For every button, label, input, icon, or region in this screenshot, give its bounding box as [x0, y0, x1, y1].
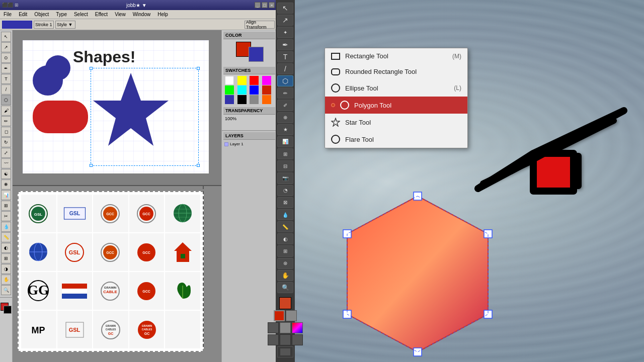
- svg-marker-56: [332, 118, 340, 126]
- menu-window[interactable]: Window: [131, 12, 152, 17]
- vtool-brush[interactable]: ✏: [277, 87, 293, 99]
- svg-rect-37: [62, 294, 87, 299]
- paintbrush-tool-btn[interactable]: 🖌: [1, 106, 11, 116]
- logo-gg: GG: [21, 272, 56, 310]
- artboard-tool-btn[interactable]: ⊞: [1, 201, 11, 211]
- shape-tool-btn[interactable]: ⬡: [1, 95, 11, 105]
- dropdown-rectangle-tool[interactable]: Rectangle Tool (M): [325, 48, 467, 64]
- maximize-button[interactable]: □: [262, 2, 268, 8]
- vtool-chart[interactable]: 📊: [277, 136, 293, 147]
- layer-1-row[interactable]: Layer 1: [223, 141, 275, 147]
- vtool-anchor[interactable]: ✦: [277, 27, 293, 38]
- menu-help[interactable]: Help: [156, 12, 170, 17]
- pencil-tool-btn[interactable]: ✏: [1, 116, 11, 126]
- icon-btn-1[interactable]: [268, 334, 279, 345]
- stroke-square[interactable]: [280, 322, 291, 333]
- menu-file[interactable]: File: [2, 12, 13, 17]
- vtool-artboard[interactable]: ⊞: [277, 148, 293, 159]
- swatch-white[interactable]: [225, 76, 234, 85]
- dropdown-star-tool[interactable]: Star Tool: [325, 114, 467, 131]
- rotate-tool-btn[interactable]: ↻: [1, 137, 11, 147]
- logos-area: GSL GSL GCC: [18, 191, 204, 352]
- column-graph-tool-btn[interactable]: 📊: [1, 190, 11, 200]
- menu-view[interactable]: View: [113, 12, 127, 17]
- scale-tool-btn[interactable]: ⤢: [1, 148, 11, 158]
- vtool-select2[interactable]: ↗: [277, 15, 293, 26]
- title-controls[interactable]: _ □ ×: [255, 2, 275, 8]
- vtool-line[interactable]: /: [277, 63, 293, 74]
- fill-none-square[interactable]: [286, 310, 297, 321]
- icon-btn-3[interactable]: [292, 334, 303, 345]
- lasso-tool-btn[interactable]: ⊙: [1, 53, 11, 63]
- vtool-zoom[interactable]: 🔍: [277, 282, 293, 293]
- blend-tool-btn[interactable]: ☯: [1, 169, 11, 179]
- swatch-darkred[interactable]: [262, 85, 271, 95]
- vtool-camera[interactable]: 📷: [277, 172, 293, 184]
- vtool-pen[interactable]: ✒: [277, 39, 293, 50]
- mesh-tool-btn[interactable]: ⊞: [1, 253, 11, 263]
- menu-effect[interactable]: Effect: [94, 12, 109, 17]
- vtool-blend[interactable]: ⊕: [277, 112, 293, 123]
- canvas-top: Shapes!: [13, 30, 221, 186]
- vtool-mesh[interactable]: ⊞: [277, 245, 293, 256]
- vtool-pie[interactable]: ◔: [277, 185, 293, 196]
- swatch-darkblue[interactable]: [225, 95, 234, 104]
- vtool-eyedrop[interactable]: 💧: [277, 209, 293, 220]
- vtool-type[interactable]: T: [277, 51, 293, 62]
- menu-object[interactable]: Object: [33, 12, 50, 17]
- layer-btn[interactable]: [277, 346, 293, 357]
- svg-text:CABLES: CABLES: [106, 328, 116, 331]
- type-tool-btn[interactable]: T: [1, 74, 11, 84]
- swatch-black[interactable]: [237, 95, 247, 104]
- fg-color-square[interactable]: [279, 297, 291, 309]
- warp-tool-btn[interactable]: 〰: [1, 158, 11, 168]
- gradient-tool-btn[interactable]: ◐: [1, 243, 11, 253]
- bg-color-box[interactable]: [4, 306, 12, 314]
- gradient-square[interactable]: [292, 322, 303, 333]
- vtool-transform[interactable]: ⊠: [277, 197, 293, 208]
- vtool-rotate[interactable]: ⊛: [277, 258, 293, 269]
- dropdown-ellipse-tool[interactable]: Ellipse Tool (L): [325, 79, 467, 97]
- swatch-blue[interactable]: [250, 85, 259, 95]
- blend2-tool-btn[interactable]: ◑: [1, 264, 11, 274]
- eyedropper-tool-btn[interactable]: 💧: [1, 222, 11, 232]
- bg-preview[interactable]: [249, 47, 264, 62]
- select-tool-btn[interactable]: ↖: [1, 32, 11, 42]
- eraser-tool-btn[interactable]: ◻: [1, 127, 11, 137]
- swatch-gray[interactable]: [250, 95, 259, 104]
- dropdown-polygon-tool[interactable]: Polygon Tool: [325, 97, 467, 114]
- dropdown-rounded-rect-tool[interactable]: Rounded Rectangle Tool: [325, 64, 467, 79]
- stroke-color-square[interactable]: [274, 310, 285, 321]
- icon-btn-2[interactable]: [280, 334, 291, 345]
- swatch-orange[interactable]: [262, 95, 271, 104]
- menu-edit[interactable]: Edit: [17, 12, 29, 17]
- vtool-slice[interactable]: ⊟: [277, 160, 293, 171]
- fill-square[interactable]: [268, 322, 279, 333]
- hand-tool-btn[interactable]: ✋: [1, 275, 11, 285]
- swatch-red[interactable]: [250, 76, 259, 85]
- menu-type[interactable]: Type: [54, 12, 68, 17]
- symbol-tool-btn[interactable]: ❋: [1, 179, 11, 190]
- vtool-select[interactable]: ↖: [277, 3, 293, 14]
- minimize-button[interactable]: _: [255, 2, 261, 8]
- vtool-hand[interactable]: ✋: [277, 270, 293, 281]
- measure-tool-btn[interactable]: 📏: [1, 232, 11, 242]
- menu-select[interactable]: Select: [72, 12, 90, 17]
- line-tool-btn[interactable]: /: [1, 84, 11, 95]
- vtool-pencil[interactable]: ✐: [277, 100, 293, 111]
- blue-star: [93, 70, 164, 141]
- dropdown-flare-tool[interactable]: Flare Tool: [325, 131, 467, 148]
- slice-tool-btn[interactable]: ✂: [1, 211, 11, 221]
- vtool-star[interactable]: ★: [277, 124, 293, 135]
- vtool-gradient[interactable]: ◐: [277, 233, 293, 244]
- pen-tool-btn[interactable]: ✒: [1, 63, 11, 73]
- direct-select-tool-btn[interactable]: ↗: [1, 42, 11, 52]
- close-button[interactable]: ×: [269, 2, 275, 8]
- swatch-green[interactable]: [225, 85, 234, 95]
- swatch-yellow[interactable]: [237, 76, 247, 85]
- swatch-cyan[interactable]: [237, 85, 247, 95]
- vtool-measure[interactable]: 📏: [277, 221, 293, 232]
- swatch-magenta[interactable]: [262, 76, 271, 85]
- zoom-tool-btn[interactable]: 🔍: [1, 285, 11, 295]
- vtool-shape[interactable]: ⬡: [277, 75, 293, 86]
